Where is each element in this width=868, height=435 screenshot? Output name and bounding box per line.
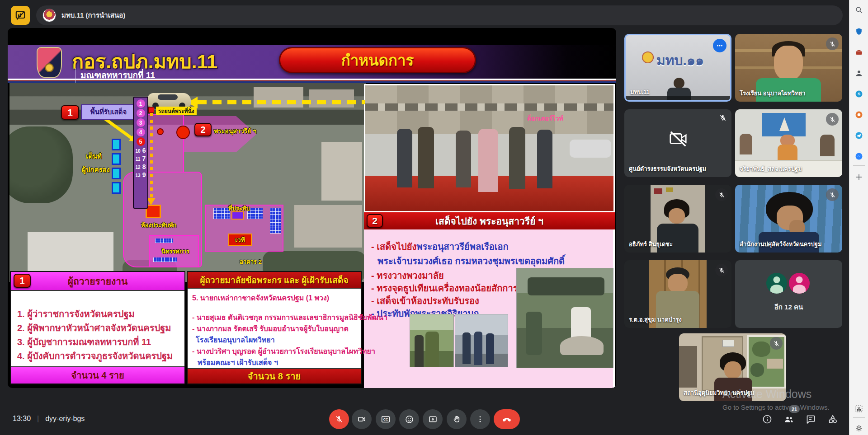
meeting-details-button[interactable] [762,414,773,425]
raise-hand-button[interactable] [447,409,467,429]
activities-icon [827,414,838,425]
map-label-royal-seat: ที่ประทับ [228,204,250,213]
tent-block [112,153,121,165]
present-screen-button[interactable] [423,409,443,429]
wall-frame [654,188,662,194]
map-marker-1: 1 [61,105,79,120]
strip-row: 117 [136,155,146,162]
plaque [722,340,734,347]
presenting-chip[interactable]: มทบ.11 (การนำเสนอ) [36,5,843,25]
unit-crest-icon [37,47,62,78]
participant-name: สำนักงานปศุสัตว์จังหวัดนครปฐม [740,239,822,249]
map-label-reception-area: พื้นที่รับเสด็จ [81,104,136,120]
chat-panel-button[interactable] [805,414,816,425]
video-tile-overflow[interactable]: อีก 12 คน [735,260,842,328]
mic-muted-icon [826,113,839,126]
more-horizontal-icon [716,42,724,50]
strip-row: 139 [136,171,146,178]
activities-panel-button[interactable] [827,414,838,425]
toolbox-icon[interactable] [854,47,864,58]
table-row: 4. ผู้บังคับการตำรวจภูธรจังหวัดนครปฐม [17,349,184,363]
status-separator: | [37,415,39,423]
camera-toggle-button[interactable] [352,409,372,429]
map-dashed-route [198,100,365,104]
map-label-tent2: ผู้ปกครอง [82,164,110,175]
shared-screen-presentation: กอร.ถปภ.มทบ.11 มณฑลทหารบกที่ 11 กำหนดการ… [8,28,616,388]
map-label-exhibition: นิทรรศการ [161,247,189,256]
skype-icon[interactable]: S [854,89,864,99]
more-options-button[interactable] [470,409,490,429]
table-reporters: 1 ผู้ถวายรายงาน 1. ผู้ว่าราชการจังหวัดนค… [10,271,185,384]
video-tile-sukhum[interactable]: ร.ต.อ.สุขุม นาคบำรุง [624,260,731,328]
person-silhouette [820,135,835,156]
photo-person [397,129,412,187]
captions-button[interactable]: CC [376,409,396,429]
shield-icon[interactable] [854,26,864,37]
map-tree-cluster [9,126,73,203]
strip-row: 128 [136,163,146,170]
emoji-icon [405,415,414,424]
right-panel-banner: 2 เสด็จไปยัง พระอนุสาวรีย์ ฯ [364,212,615,229]
presenter-avatar [42,9,56,22]
table-row: - นายสุเมธ ตันติเวชกุล กรรมการและเลขาธิก… [192,312,361,323]
table-row: 1. ผู้ว่าราชการจังหวัดนครปฐม [17,307,184,321]
video-tile-livestock[interactable]: สำนักงานปศุสัตว์จังหวัดนครปฐม [735,185,842,253]
add-icon[interactable] [854,172,864,182]
snip-tool-icon[interactable] [854,403,864,414]
table-row: - นางภากมล รัตตเสรี รับมอบอำนาจผู้รับใบอ… [192,323,361,334]
participant-name: อธิภัทร์ สินธุเดชะ [629,239,673,249]
meeting-status: 13:30 | dyy-eriy-bgs [13,415,85,423]
reactions-button[interactable] [399,409,419,429]
info-icon [762,414,773,425]
windows-activate-watermark-line1: Activate Windows [722,388,811,401]
bullet-line: - เสด็จไปยังพระอนุสาวรีย์พลเรือเอก [371,239,509,254]
camera-icon [357,415,366,424]
table-row: พร้อมคณะฯ เฝ้ารับเสด็จ ฯ [192,357,361,368]
tile-options-button[interactable] [713,39,726,52]
telegram-icon[interactable] [854,130,864,141]
office-icon[interactable] [854,109,864,120]
mic-muted-icon [770,337,783,350]
mic-toggle-button[interactable] [329,409,349,429]
photo-sign-text: ด็อกเตอร์ไวท์ [527,113,563,123]
sidebar-divider [853,417,865,418]
video-tile-school[interactable]: โรงเรียน อนุบาลไผทวิทยา [735,34,842,102]
video-tile-jariyaphan[interactable]: จริยาพันธ์_สลจ.นครปฐม [735,109,842,177]
leave-call-button[interactable] [494,409,520,429]
table-marker-1: 1 [14,274,31,288]
participant-name: ร.ต.อ.สุขุม นาคบำรุง [629,315,682,324]
table-reporters-header: 1 ผู้ถวายรายงาน [11,272,184,290]
royal-car-dot [148,107,154,113]
person-silhouette [774,46,803,80]
map-roof-block [321,142,362,201]
settings-gear-icon[interactable] [854,423,864,434]
people-panel-button[interactable] [783,414,794,425]
photo-person [418,127,434,188]
messenger-icon[interactable] [854,151,864,162]
presentation-file-icon[interactable] [11,6,30,25]
participant-count-badge[interactable]: 21 [789,405,800,413]
tile-wall-text: มทบ.๑๑ [656,50,704,71]
search-icon[interactable] [854,5,864,15]
wall-frame [666,187,673,192]
right-panel-details: - เสด็จไปยังพระอนุสาวรีย์พลเรือเอก พระเจ… [364,229,615,388]
more-vertical-icon [476,415,484,423]
venue-map: 1 พื้นที่รับเสด็จ 1 2 3 4 5 106 117 128 … [9,83,366,282]
table-reporters-footer: จำนวน 4 ราย [11,367,184,384]
photo-person [537,130,552,188]
strip-circle: 3 [137,118,145,127]
tent-block [112,182,121,194]
table-reporters-body: 1. ผู้ว่าราชการจังหวัดนครปฐม 2. ผู้พิพาก… [11,290,184,367]
profile-icon[interactable] [854,68,864,79]
video-tile-mtb11[interactable]: มทบ.๑๑ มทบ.11 [624,34,731,102]
tent-block [112,168,121,179]
people-icon [783,414,794,425]
video-tile-athipat[interactable]: อธิภัทร์ สินธุเดชะ [624,185,731,253]
map-roof-block [254,87,303,108]
video-tile-damrongtham[interactable]: ศูนย์ดำรงธรรมจังหวัดนครปฐม [624,109,731,177]
table-row: - นางปวริศา บุญรอด ผู้อำนวยการโรงเรียนอน… [192,346,361,357]
avatar-green [766,273,787,294]
table-garland-header: ผู้ถวายมาลัยข้อพระกร และ ผู้เฝ้ารับเสด็จ [188,272,361,288]
map-label-building2: อาคาร 2 [240,257,262,267]
map-number-strip: 1 2 3 4 5 106 117 128 139 [133,97,148,209]
